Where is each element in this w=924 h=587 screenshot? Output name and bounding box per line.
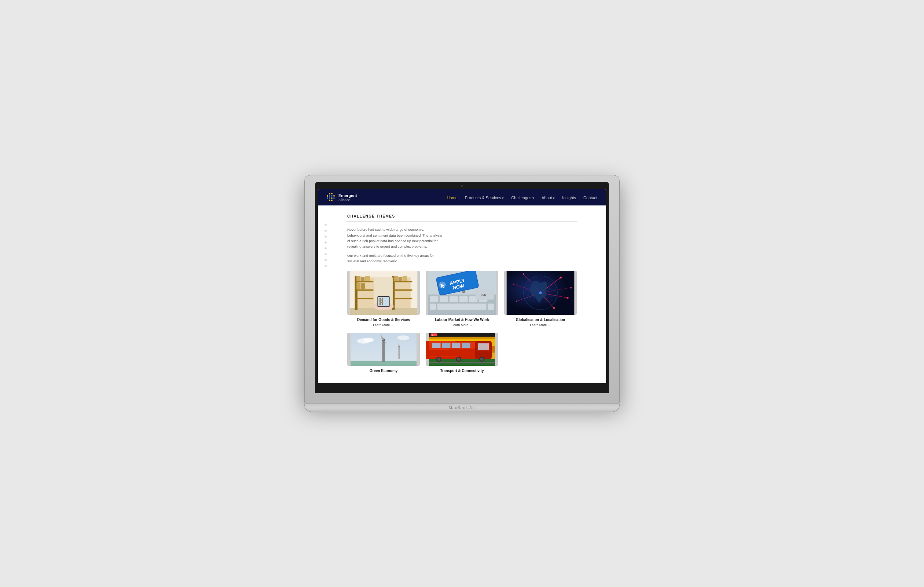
- svg-text:1: 1: [432, 334, 433, 336]
- svg-text:tion: tion: [481, 293, 486, 296]
- svg-point-62: [566, 297, 569, 299]
- svg-rect-6: [355, 298, 374, 299]
- nav-item-products[interactable]: Products & Services: [465, 194, 504, 201]
- card-green-title: Green Economy: [347, 369, 420, 373]
- description-2: Our work and tools are focused on the fi…: [347, 253, 442, 264]
- nav-link-challenges[interactable]: Challenges: [511, 195, 534, 200]
- card-demand-title: Demand for Goods & Services: [347, 318, 420, 322]
- svg-rect-8: [392, 281, 412, 282]
- svg-rect-17: [399, 277, 402, 281]
- wind-svg: [347, 333, 420, 366]
- svg-point-75: [364, 337, 374, 342]
- svg-point-99: [437, 357, 441, 360]
- card-transport-image: 1: [426, 333, 498, 366]
- svg-rect-4: [355, 281, 374, 282]
- svg-rect-33: [459, 296, 468, 302]
- card-labour-learn-more[interactable]: Learn More: [426, 323, 498, 327]
- svg-rect-32: [450, 296, 458, 302]
- cards-grid-top: Demand for Goods & Services Learn More: [347, 271, 577, 327]
- apply-svg: alt APPLY NOW: [426, 271, 498, 315]
- nav-link-home[interactable]: Home: [447, 195, 457, 200]
- svg-rect-72: [399, 346, 400, 359]
- scroll-dot-2: [325, 230, 327, 232]
- laptop-wrapper: Emergent Alliance Home Products & Servic…: [304, 175, 620, 412]
- svg-rect-91: [462, 343, 470, 348]
- logo-name: Emergent: [338, 193, 357, 198]
- card-demand-learn-more[interactable]: Learn More: [347, 323, 420, 327]
- svg-point-76: [398, 335, 409, 340]
- svg-rect-12: [361, 277, 365, 281]
- logo-icon: [327, 193, 335, 202]
- laptop-base: MacBook Air: [304, 404, 620, 412]
- svg-rect-36: [430, 303, 436, 310]
- svg-rect-30: [430, 296, 438, 302]
- warehouse-svg: [347, 271, 420, 315]
- nav-link-contact[interactable]: Contact: [583, 195, 597, 200]
- card-labour-image: alt APPLY NOW: [426, 271, 498, 315]
- laptop-body: Emergent Alliance Home Products & Servic…: [304, 175, 620, 403]
- svg-point-67: [539, 291, 541, 294]
- svg-rect-27: [380, 302, 383, 303]
- card-globalisation-learn-more[interactable]: Learn More: [504, 323, 577, 327]
- divider: [347, 221, 577, 222]
- logo: Emergent Alliance: [327, 193, 357, 202]
- nav-item-contact[interactable]: Contact: [583, 194, 597, 201]
- cards-grid-bottom: Green Economy: [347, 333, 577, 374]
- svg-point-63: [516, 301, 518, 302]
- svg-point-101: [457, 357, 460, 360]
- scroll-dot-8: [325, 265, 327, 267]
- card-demand[interactable]: Demand for Goods & Services Learn More: [347, 271, 420, 327]
- nav-item-insights[interactable]: Insights: [562, 194, 576, 201]
- scroll-dot-6: [325, 253, 327, 255]
- card-green-image: [347, 333, 420, 366]
- svg-rect-95: [429, 341, 455, 342]
- card-demand-image: [347, 271, 420, 315]
- card-transport-title: Transport & Connectivity: [426, 369, 498, 373]
- logo-sub: Alliance: [338, 198, 357, 202]
- svg-rect-94: [478, 343, 489, 350]
- svg-rect-37: [437, 303, 487, 310]
- card-transport[interactable]: 1: [426, 333, 498, 374]
- svg-rect-26: [380, 299, 383, 301]
- section-title: CHALLENGE THEMES: [347, 214, 577, 218]
- card-labour-title: Labour Market & How We Work: [426, 318, 498, 322]
- svg-rect-83: [429, 333, 495, 337]
- svg-rect-14: [356, 283, 360, 289]
- svg-point-61: [523, 273, 525, 275]
- card-globalisation[interactable]: Globalisation & Localisation Learn More: [504, 271, 577, 327]
- svg-rect-89: [442, 343, 450, 348]
- scroll-dot-3: [325, 236, 327, 238]
- scroll-dot-1: [325, 224, 327, 226]
- svg-rect-31: [440, 296, 448, 302]
- main-content: CHALLENGE THEMES Never before had such a…: [318, 205, 606, 383]
- svg-point-66: [570, 286, 572, 288]
- card-green[interactable]: Green Economy: [347, 333, 420, 374]
- svg-rect-15: [361, 283, 365, 289]
- nav-link-about[interactable]: About: [541, 195, 555, 200]
- nav-item-challenges[interactable]: Challenges: [511, 194, 534, 201]
- navbar: Emergent Alliance Home Products & Servic…: [318, 189, 606, 205]
- nav-link-insights[interactable]: Insights: [562, 195, 576, 200]
- transport-svg: 1: [426, 333, 498, 366]
- svg-rect-96: [429, 349, 449, 350]
- screen: Emergent Alliance Home Products & Servic…: [318, 189, 606, 383]
- nav-item-home[interactable]: Home: [447, 194, 457, 201]
- camera: [461, 185, 463, 187]
- svg-rect-104: [429, 362, 495, 363]
- nav-link-products[interactable]: Products & Services: [465, 195, 504, 200]
- svg-rect-16: [394, 276, 398, 281]
- laptop-brand: MacBook Air: [449, 405, 475, 410]
- nav-links: Home Products & Services Challenges Abou…: [447, 194, 597, 201]
- scroll-dot-7: [325, 259, 327, 261]
- description-1: Never before had such a wide range of ec…: [347, 227, 442, 249]
- scroll-dot-4: [325, 241, 327, 244]
- svg-rect-9: [392, 289, 412, 291]
- nav-item-about[interactable]: About: [541, 194, 555, 201]
- card-globalisation-image: [504, 271, 577, 315]
- svg-rect-90: [452, 343, 460, 348]
- svg-rect-24: [380, 298, 381, 305]
- svg-rect-11: [356, 276, 360, 281]
- svg-rect-18: [403, 276, 408, 281]
- card-labour[interactable]: alt APPLY NOW: [426, 271, 498, 327]
- screen-bezel: Emergent Alliance Home Products & Servic…: [315, 182, 609, 393]
